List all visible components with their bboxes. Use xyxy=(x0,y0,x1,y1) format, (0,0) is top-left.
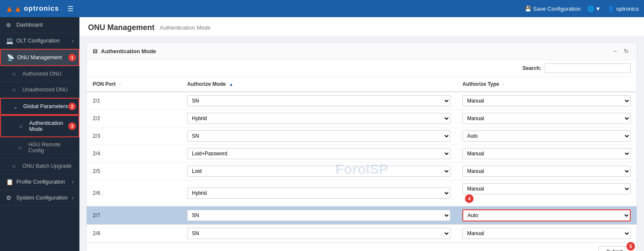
cell-authorize-mode: SNHybridLoid+PasswordLoidSN+Loid xyxy=(181,206,456,225)
cell-authorize-mode: SNHybridLoid+PasswordLoidSN+Loid xyxy=(181,180,456,206)
header-left: ▲▲ optronics . ☰ xyxy=(5,4,73,14)
sidebar-item-dashboard[interactable]: ⊛ Dashboard xyxy=(0,17,79,33)
sidebar-item-profile-config[interactable]: 📋 Profile Configuration ‹ xyxy=(0,174,79,190)
sidebar-item-authorized-onu[interactable]: ○ Authorized ONU xyxy=(0,66,79,82)
table-row: 2/8SNHybridLoid+PasswordLoidSN+LoidManua… xyxy=(87,225,637,242)
table-row: 2/4SNHybridLoid+PasswordLoidSN+LoidManua… xyxy=(87,145,637,163)
sidebar-label-batch: ONU Batch Upgrade xyxy=(22,163,73,169)
onu-icon: 📡 xyxy=(7,54,14,61)
circle-auth-mode-icon: ○ xyxy=(19,123,26,130)
cell-authorize-type: ManualAuto xyxy=(456,145,637,163)
authorize-mode-select[interactable]: SNHybridLoid+PasswordLoidSN+Loid xyxy=(187,210,450,221)
refresh-button[interactable]: ↻ xyxy=(622,47,631,55)
cell-pon-port: 2/1 xyxy=(87,92,181,110)
table-header-row: PON Port ↕ Authorize Mode ▲ Authorize Ty… xyxy=(87,77,637,92)
authorize-type-select[interactable]: ManualAuto xyxy=(462,130,631,142)
page-title: ONU Management xyxy=(88,23,155,32)
cell-authorize-mode: SNHybridLoid+PasswordLoidSN+Loid xyxy=(181,163,456,180)
cell-authorize-type: ManualAuto xyxy=(456,92,637,110)
sidebar-item-onu-management[interactable]: 📡 ONU Management ‹ 1 xyxy=(0,49,79,66)
sidebar-item-unauthorized-onu[interactable]: ○ Unauthorized ONU xyxy=(0,82,79,98)
table-row: 2/3SNHybridLoid+PasswordLoidSN+LoidManua… xyxy=(87,127,637,145)
main-layout: ⊛ Dashboard 💻 OLT Configuration ‹ 📡 ONU … xyxy=(0,17,644,251)
table-wrapper: PON Port ↕ Authorize Mode ▲ Authorize Ty… xyxy=(87,77,637,242)
submit-wrapper: Submit 5 xyxy=(598,246,631,251)
monitor-icon: 💻 xyxy=(6,37,13,44)
minimize-button[interactable]: − xyxy=(612,47,619,55)
authorize-mode-select[interactable]: SNHybridLoid+PasswordLoidSN+Loid xyxy=(187,113,450,124)
cell-authorize-type: ManualAuto xyxy=(456,163,637,180)
chevron-profile-icon: ‹ xyxy=(72,180,73,184)
sidebar: ⊛ Dashboard 💻 OLT Configuration ‹ 📡 ONU … xyxy=(0,17,79,251)
sort-mode-icon: ▲ xyxy=(229,82,233,87)
table-row: 2/2SNHybridLoid+PasswordLoidSN+LoidManua… xyxy=(87,110,637,127)
authorize-type-select[interactable]: ManualAuto xyxy=(462,95,631,106)
auth-mode-table: PON Port ↕ Authorize Mode ▲ Authorize Ty… xyxy=(87,77,637,242)
sidebar-label-profile: Profile Configuration xyxy=(16,179,72,185)
cell-pon-port: 2/3 xyxy=(87,127,181,145)
cell-authorize-mode: SNHybridLoid+PasswordLoidSN+Loid xyxy=(181,127,456,145)
authorize-mode-select[interactable]: SNHybridLoid+PasswordLoidSN+Loid xyxy=(187,95,450,106)
authorize-type-select[interactable]: ManualAuto xyxy=(462,183,631,194)
authorize-type-select[interactable]: ManualAuto xyxy=(462,113,631,124)
logo-icon: ▲▲ xyxy=(5,4,22,14)
sidebar-label-system: System Configuration xyxy=(16,195,72,201)
table-container: ForoISP PON Port ↕ Authorize Mode ▲ xyxy=(87,77,637,251)
col-authorize-mode[interactable]: Authorize Mode ▲ xyxy=(181,77,456,92)
content-area: ONU Management Authentication Mode ⊟ Aut… xyxy=(79,17,644,251)
authorize-mode-select[interactable]: SNHybridLoid+PasswordLoidSN+Loid xyxy=(187,228,450,239)
circle-hgu-icon: ○ xyxy=(18,144,25,151)
user-icon: 👤 xyxy=(608,6,614,12)
top-header: ▲▲ optronics . ☰ 💾 Save Configuration 🌐 … xyxy=(0,0,644,17)
chevron-olt-icon: ‹ xyxy=(72,39,73,43)
sidebar-item-global-params[interactable]: ⌄ Global Parameters 2 xyxy=(0,98,79,115)
user-button[interactable]: 👤 optronics xyxy=(608,6,639,12)
sidebar-item-system-config[interactable]: ⚙ System Configuration ‹ xyxy=(0,190,79,206)
sidebar-label-olt: OLT Configuration xyxy=(16,38,72,44)
sidebar-item-olt-config[interactable]: 💻 OLT Configuration ‹ xyxy=(0,33,79,49)
authorize-type-select[interactable]: ManualAuto xyxy=(462,166,631,177)
row-badge-4: 4 xyxy=(465,194,474,203)
sidebar-label-authorized: Authorized ONU xyxy=(22,71,73,77)
logo: ▲▲ optronics . xyxy=(5,4,62,14)
sidebar-item-auth-mode[interactable]: ○ Authentication Mode 3 xyxy=(0,115,79,137)
card-title-text: Authentication Mode xyxy=(101,48,156,54)
onu-badge: 1 xyxy=(68,54,76,61)
sidebar-label-auth-mode: Authentication Mode xyxy=(29,120,73,132)
authorize-mode-select[interactable]: SNHybridLoid+PasswordLoidSN+Loid xyxy=(187,130,450,142)
cell-authorize-type: ManualAuto4 xyxy=(456,180,637,206)
profile-icon: 📋 xyxy=(6,178,13,185)
sidebar-item-hgu-remote[interactable]: ○ HGU Remote Config xyxy=(0,137,79,158)
authorize-type-select[interactable]: ManualAuto xyxy=(462,148,631,159)
authorize-type-select[interactable]: ManualAuto xyxy=(462,228,631,239)
sort-type-icon: ↕ xyxy=(502,82,504,87)
circle-auth-icon: ○ xyxy=(12,70,19,77)
cell-authorize-mode: SNHybridLoid+PasswordLoidSN+Loid xyxy=(181,92,456,110)
card-title-area: ⊟ Authentication Mode xyxy=(93,48,156,54)
sidebar-item-onu-batch[interactable]: ○ ONU Batch Upgrade xyxy=(0,158,79,174)
chevron-down-global-icon: ⌄ xyxy=(13,103,20,110)
authorize-type-select[interactable]: ManualAuto xyxy=(462,209,631,221)
authorize-mode-select[interactable]: SNHybridLoid+PasswordLoidSN+Loid xyxy=(187,187,450,199)
save-config-button[interactable]: 💾 Save Configuration xyxy=(525,6,581,12)
system-icon: ⚙ xyxy=(6,194,13,201)
card-actions: − ↻ xyxy=(612,47,631,55)
user-label: optronics xyxy=(616,6,639,12)
cell-pon-port: 2/6 xyxy=(87,180,181,206)
language-button[interactable]: 🌐 ▼ xyxy=(587,6,601,12)
authorize-mode-select[interactable]: SNHybridLoid+PasswordLoidSN+Loid xyxy=(187,148,450,159)
hamburger-icon[interactable]: ☰ xyxy=(67,5,73,13)
table-row: 2/1SNHybridLoid+PasswordLoidSN+LoidManua… xyxy=(87,92,637,110)
auth-mode-card: ⊟ Authentication Mode − ↻ Search: ForoIS… xyxy=(86,42,637,251)
cell-authorize-mode: SNHybridLoid+PasswordLoidSN+Loid xyxy=(181,110,456,127)
authorize-mode-select[interactable]: SNHybridLoid+PasswordLoidSN+Loid xyxy=(187,166,450,177)
auth-mode-badge: 3 xyxy=(68,122,76,130)
submit-button[interactable]: Submit xyxy=(598,246,631,251)
col-pon-port[interactable]: PON Port ↕ xyxy=(87,77,181,92)
page-subtitle: Authentication Mode xyxy=(160,24,211,31)
card-header: ⊟ Authentication Mode − ↻ xyxy=(87,42,637,60)
cell-authorize-mode: SNHybridLoid+PasswordLoidSN+Loid xyxy=(181,145,456,163)
search-input[interactable] xyxy=(545,64,631,73)
col-authorize-type[interactable]: Authorize Type ↕ xyxy=(456,77,637,92)
cell-authorize-type: ManualAuto xyxy=(456,110,637,127)
